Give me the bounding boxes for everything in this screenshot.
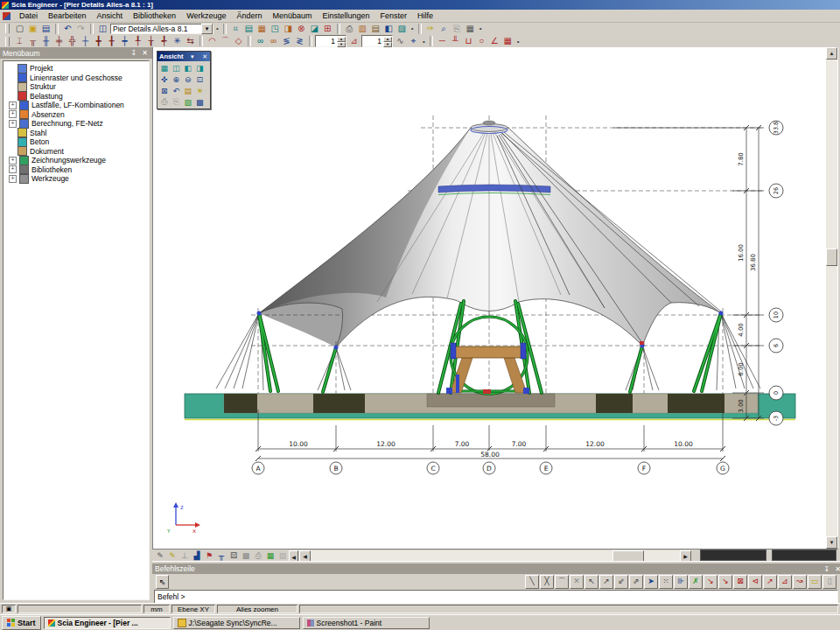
palette-icon[interactable]: ▦ (158, 62, 171, 74)
toolbar-icon[interactable]: ╥ (215, 550, 228, 561)
toolbar-icon[interactable]: ▦ (464, 23, 477, 34)
toolbar-icon[interactable]: ⌒ (219, 36, 232, 47)
snap-icon[interactable]: ⌒ (555, 575, 569, 589)
palette-icon[interactable]: ▧ (182, 96, 194, 108)
palette-icon[interactable]: ◧ (182, 62, 194, 74)
toolbar-icon[interactable]: ⌕ (438, 23, 451, 34)
toolbar-icon[interactable]: ▤ (369, 23, 382, 34)
spinner-arrows[interactable]: ▲▼ (383, 37, 392, 46)
pin-icon[interactable]: ↧ (822, 565, 832, 573)
menubaum-header[interactable]: Menübaum ↧ ✕ (0, 47, 152, 59)
menu-item[interactable]: Werkzeuge (181, 10, 231, 21)
snap-icon[interactable]: ⇙ (614, 575, 628, 589)
snap-icon[interactable]: ↝ (793, 575, 807, 589)
toolbar-icon[interactable]: ◪ (308, 23, 321, 34)
tree-item[interactable]: + Berechnung, FE-Netz (9, 119, 149, 129)
dock-tab-icon[interactable]: ▣ (2, 605, 16, 613)
toolbar-icon[interactable]: ╬ (66, 36, 79, 47)
toolbar-icon[interactable]: ✎ (166, 550, 178, 561)
toolbar-icon[interactable]: ↶ (61, 23, 74, 34)
toolbar-icon[interactable]: ⌗ (229, 23, 242, 34)
status-units[interactable]: mm (144, 605, 170, 613)
palette-icon[interactable]: ✜ (158, 74, 171, 85)
palette-icon[interactable]: ⊕ (171, 74, 183, 85)
toolbar-icon[interactable]: ┼ (79, 36, 92, 47)
toolbar-icon[interactable]: ╫ (39, 36, 52, 47)
toolbar-icon[interactable]: ╃ (158, 36, 171, 47)
toolbar-icon[interactable]: ▤ (39, 23, 52, 34)
palette-icon[interactable]: ⊖ (182, 74, 194, 85)
project-combo[interactable]: Pier Details Alles-a 8.1 ▾ (110, 24, 214, 34)
vscroll-thumb[interactable] (826, 248, 837, 266)
snap-icon[interactable]: ⊠ (733, 575, 747, 589)
toolbar-icon[interactable]: ⎙ (252, 550, 264, 561)
mdi-child-icon[interactable] (3, 12, 10, 20)
tree-item[interactable]: Beton (9, 137, 149, 147)
toolbar-icon[interactable]: ↷ (74, 23, 88, 34)
palette-icon[interactable]: ◫ (171, 62, 183, 74)
snap-icon[interactable]: ⊲ (748, 575, 762, 589)
toolbar-grip[interactable] (5, 24, 10, 33)
expand-icon[interactable] (9, 130, 15, 136)
toolbar-icon[interactable]: ▥ (356, 23, 369, 34)
toolbar-icon[interactable]: ≷ (293, 36, 306, 47)
activity-spinner[interactable]: 1 ▲▼ (315, 35, 346, 47)
snap-icon[interactable]: ▭ (808, 575, 822, 589)
tree-item[interactable]: + Zeichnungswerkzeuge (9, 156, 149, 165)
menu-item[interactable]: Einstellungen (318, 10, 375, 21)
toolbar-icon[interactable]: ○ (475, 36, 488, 47)
toolbar-icon[interactable]: ⌖ (407, 36, 420, 47)
toolbar-icon[interactable]: ⚑ (203, 550, 215, 561)
toolbar-icon[interactable]: ╀ (131, 36, 144, 47)
toolbar-icon[interactable]: ▨ (276, 550, 289, 561)
toolbar-icon[interactable]: ✎ (154, 550, 166, 561)
menu-item[interactable]: Datei (14, 10, 43, 21)
close-icon[interactable]: ✕ (833, 565, 840, 573)
chevron-down-icon[interactable]: ▾ (201, 24, 213, 34)
toolbar-icon[interactable]: ⊞ (321, 23, 334, 34)
snap-icon[interactable]: ↖ (584, 575, 598, 589)
menu-item[interactable]: Ansicht (92, 10, 129, 21)
toolbar-icon[interactable]: ▦ (264, 550, 276, 561)
toolbar-icon[interactable]: ⚄ (228, 550, 240, 561)
toolbar-icon[interactable]: ▣ (26, 23, 39, 34)
menu-item[interactable]: Menübaum (268, 10, 318, 21)
palette-icon[interactable]: ▤ (182, 85, 194, 96)
palette-icon[interactable]: ⊡ (194, 74, 206, 85)
tree-item[interactable]: Linienraster und Geschosse (9, 74, 149, 83)
taskbar-task-explorer[interactable]: J:\Seagate Sync\SyncRe... (173, 617, 300, 629)
vertical-scrollbar[interactable]: ▲ ▼ (826, 47, 837, 549)
expand-icon[interactable] (9, 93, 15, 99)
toolbar-icon[interactable]: ▦ (501, 36, 514, 47)
palette-icon[interactable]: ◨ (194, 62, 206, 74)
palette-icon[interactable]: ☀ (194, 85, 206, 96)
status-zoom-mode[interactable]: Alles zoomen (217, 605, 298, 613)
palette-icon[interactable]: ▩ (194, 96, 206, 108)
toolbar-icon[interactable]: ▟ (191, 550, 203, 561)
palette-icon[interactable]: ⊠ (158, 85, 171, 96)
snap-icon[interactable]: ╲ (525, 575, 539, 589)
snap-icon[interactable]: ↗ (763, 575, 777, 589)
tree-item[interactable]: + Bibliotheken (9, 165, 149, 175)
snap-icon[interactable]: ↘ (704, 575, 718, 589)
toolbar-icon[interactable]: ⌶ (13, 36, 26, 47)
toolbar-icon[interactable]: ⎘ (451, 23, 464, 34)
toolbar-icon[interactable]: ⇆ (184, 36, 197, 47)
toolbar-icon[interactable]: ⎙ (343, 23, 356, 34)
expand-icon[interactable]: + (9, 102, 17, 109)
toolbar-icon[interactable]: ▦ (256, 23, 269, 34)
toolbar-icon[interactable]: ◇ (232, 36, 245, 47)
tree-item[interactable]: Projekt (9, 64, 149, 74)
snap-icon[interactable]: ✕ (570, 575, 584, 589)
close-icon[interactable]: ✕ (201, 53, 208, 60)
expand-icon[interactable] (9, 84, 15, 90)
tree-item[interactable]: Dokument (9, 147, 149, 157)
tree-item[interactable]: Struktur (9, 82, 149, 92)
toolbar-icon[interactable]: ✑ (424, 23, 438, 34)
expand-icon[interactable]: + (9, 110, 17, 118)
toolbar-icon[interactable]: ⊗ (295, 23, 308, 34)
selection-cursor-icon[interactable]: ⇖ (156, 575, 169, 589)
close-icon[interactable]: ✕ (140, 49, 150, 57)
befehlszeile-header[interactable]: Befehlszeile ↧ ✕ (152, 564, 840, 574)
toolbar-icon[interactable]: ∿ (394, 36, 407, 47)
